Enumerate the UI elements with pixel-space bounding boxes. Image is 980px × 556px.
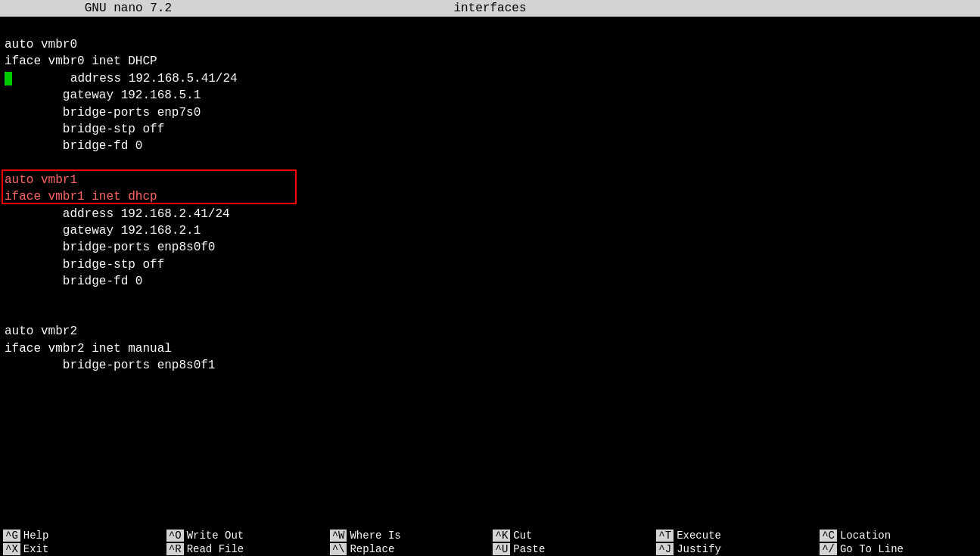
shortcut-item[interactable]: ^WWhere Is — [327, 529, 490, 542]
editor-line: bridge-stp off — [5, 121, 975, 138]
editor-line: gateway 192.168.5.1 — [5, 87, 975, 104]
file-name: interfaces — [249, 2, 732, 15]
shortcut-column: ^CLocation^/Go To Line — [817, 529, 980, 556]
shortcut-key: ^/ — [820, 543, 837, 555]
editor-line: iface vmbr1 inet dhcp — [5, 188, 975, 205]
editor-line: gateway 192.168.2.1 — [5, 222, 975, 239]
editor-line — [5, 20, 975, 36]
editor-line: auto vmbr0 — [5, 36, 975, 53]
editor-line — [5, 290, 975, 306]
shortcut-label: Replace — [350, 543, 394, 555]
shortcut-item[interactable]: ^KCut — [490, 529, 653, 542]
shortcut-label: Exit — [23, 543, 49, 555]
shortcut-label: Paste — [513, 543, 545, 555]
editor-line: bridge-fd 0 — [5, 138, 975, 154]
editor-line — [5, 306, 975, 323]
shortcut-label: Read File — [187, 543, 244, 555]
shortcut-item[interactable]: ^XExit — [0, 542, 163, 556]
editor-line: address 192.168.5.41/24 — [5, 70, 975, 87]
shortcut-label: Go To Line — [840, 543, 904, 555]
shortcut-key: ^K — [493, 530, 510, 542]
shortcut-key: ^O — [166, 530, 184, 542]
shortcut-item[interactable]: ^RRead File — [163, 542, 327, 556]
shortcut-key: ^X — [3, 543, 20, 555]
editor-line: bridge-fd 0 — [5, 273, 975, 290]
title-bar: GNU nano 7.2 interfaces — [0, 0, 980, 17]
shortcut-item[interactable]: ^/Go To Line — [817, 542, 980, 556]
shortcut-column: ^WWhere Is^\Replace — [327, 529, 490, 556]
shortcut-item[interactable]: ^CLocation — [817, 529, 980, 542]
shortcut-item[interactable]: ^\Replace — [327, 542, 490, 556]
shortcut-key: ^\ — [330, 543, 347, 555]
shortcut-key: ^T — [656, 530, 674, 542]
shortcut-label: Write Out — [187, 530, 244, 542]
editor-line: bridge-ports enp8s0f0 — [5, 239, 975, 256]
shortcut-label: Where Is — [350, 530, 400, 542]
shortcut-item[interactable]: ^TExecute — [653, 529, 817, 542]
shortcut-column: ^GHelp^XExit — [0, 529, 163, 556]
text-cursor — [5, 72, 12, 85]
shortcut-column: ^TExecute^JJustify — [653, 529, 817, 556]
editor-line: bridge-stp off — [5, 256, 975, 273]
editor-line: bridge-ports enp8s0f1 — [5, 357, 975, 374]
shortcut-column: ^OWrite Out^RRead File — [163, 529, 327, 556]
shortcut-item[interactable]: ^JJustify — [653, 542, 817, 556]
editor-line: address 192.168.2.41/24 — [5, 206, 975, 222]
shortcut-item[interactable]: ^UPaste — [490, 542, 653, 556]
shortcut-item[interactable]: ^GHelp — [0, 529, 163, 542]
shortcut-label: Justify — [677, 543, 721, 555]
editor-line: auto vmbr1 — [5, 172, 975, 188]
shortcut-key: ^U — [493, 543, 510, 555]
shortcut-bar: ^GHelp^XExit^OWrite Out^RRead File^WWher… — [0, 529, 980, 556]
editor-line: iface vmbr0 inet DHCP — [5, 53, 975, 70]
shortcut-label: Execute — [677, 530, 721, 542]
shortcut-label: Cut — [513, 530, 532, 542]
editor-line: bridge-ports enp7s0 — [5, 104, 975, 121]
shortcut-key: ^G — [3, 530, 20, 542]
shortcut-column: ^KCut^UPaste — [490, 529, 653, 556]
app: GNU nano 7.2 interfaces auto vmbr0iface … — [0, 0, 980, 556]
shortcut-label: Help — [23, 530, 49, 542]
shortcut-key: ^W — [330, 530, 347, 542]
editor-line: auto vmbr2 — [5, 323, 975, 340]
shortcut-item[interactable]: ^OWrite Out — [163, 529, 327, 542]
shortcut-key: ^C — [820, 530, 837, 542]
editor-line — [5, 155, 975, 172]
app-name: GNU nano 7.2 — [8, 2, 249, 15]
shortcut-label: Location — [840, 530, 891, 542]
editor-area[interactable]: auto vmbr0iface vmbr0 inet DHCP address … — [0, 17, 980, 529]
shortcut-key: ^R — [166, 543, 184, 555]
editor-line: iface vmbr2 inet manual — [5, 340, 975, 357]
shortcut-key: ^J — [656, 543, 674, 555]
